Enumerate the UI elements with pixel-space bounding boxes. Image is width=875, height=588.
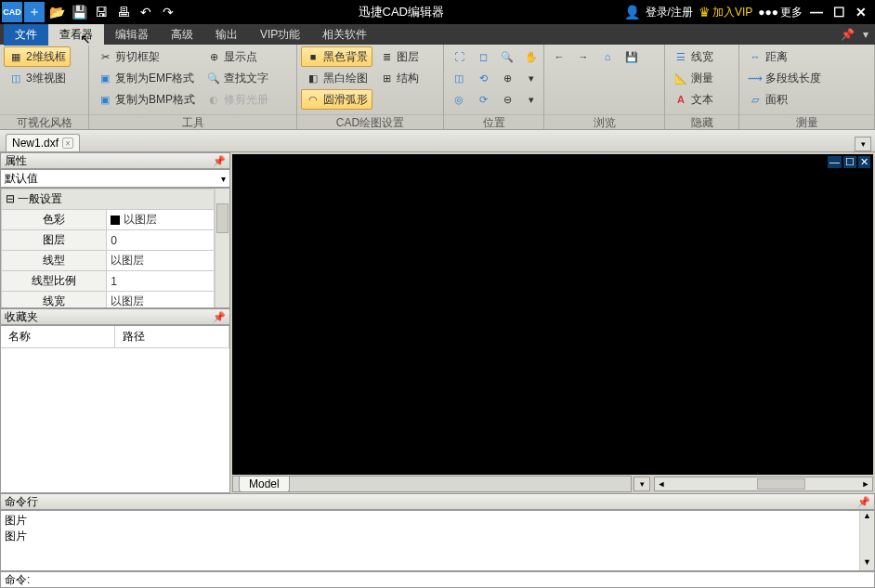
nav-left[interactable]: ← [548, 46, 570, 67]
btn-pan[interactable]: ✋ [520, 46, 542, 67]
btn-pos-dd2[interactable]: ▾ [520, 89, 542, 110]
canvas[interactable]: — ☐ ✕ [232, 154, 873, 475]
btn-2d-wire[interactable]: ▦2维线框 [4, 46, 71, 67]
bmp-icon: ▣ [98, 92, 112, 107]
command-input[interactable]: 命令: [0, 571, 875, 588]
save-icon[interactable]: 💾 [69, 2, 89, 22]
btn-pos-6[interactable]: ⟲ [472, 68, 494, 88]
scroll-up-icon[interactable]: ▲ [860, 511, 874, 524]
prop-section[interactable]: ⊟ 一般设置 [2, 189, 215, 210]
canvas-min-icon[interactable]: — [828, 156, 842, 168]
btn-black-bg[interactable]: ■黑色背景 [301, 46, 372, 67]
btn-pos-9[interactable]: ◎ [448, 89, 470, 110]
pin-icon[interactable]: 📌 [857, 496, 870, 508]
zoomin-icon: ⊕ [501, 71, 514, 85]
prop-row[interactable]: 色彩 以图层 [2, 210, 215, 230]
btn-find-text[interactable]: 🔍查找文字 [202, 68, 273, 88]
arrow-left-icon: ← [553, 49, 566, 64]
btn-measure[interactable]: 📐测量 [669, 68, 718, 88]
btn-zoomin[interactable]: ⊕ [496, 68, 518, 88]
btn-3d-view[interactable]: ◫3维视图 [4, 68, 71, 88]
btn-distance[interactable]: ↔距离 [743, 46, 826, 67]
menu-output[interactable]: 输出 [204, 24, 249, 46]
btn-pos-dd[interactable]: ▾ [520, 68, 542, 88]
btn-pos-10[interactable]: ⟳ [472, 89, 494, 110]
model-dropdown[interactable]: ▾ [633, 477, 650, 491]
menu-viewer[interactable]: 查看器↖ [48, 24, 104, 46]
file-tab-label: New1.dxf [12, 137, 59, 150]
scroll-left-icon[interactable]: ◄ [655, 479, 668, 489]
open-icon[interactable]: 📂 [46, 2, 67, 22]
prop-row[interactable]: 图层0 [2, 230, 215, 251]
scroll-thumb[interactable] [216, 203, 229, 233]
fav-col-path[interactable]: 路径 [115, 326, 229, 347]
new-icon[interactable]: ＋ [24, 2, 45, 22]
prop-row[interactable]: 线型以图层 [2, 251, 215, 271]
scroll-right-icon[interactable]: ► [859, 479, 872, 489]
print-icon[interactable]: 🖶 [113, 2, 134, 22]
menu-bar: 文件 查看器↖ 编辑器 高级 输出 VIP功能 相关软件 📌 ▾ [0, 24, 875, 45]
zoomout-icon: ⊖ [501, 92, 514, 107]
btn-zoomout[interactable]: ⊖ [496, 89, 518, 110]
undo-icon[interactable]: ↶ [136, 2, 156, 22]
saveall-icon[interactable]: 🖫 [91, 2, 111, 22]
menu-vip[interactable]: VIP功能 [249, 24, 311, 46]
btn-show-point[interactable]: ⊕显示点 [202, 46, 273, 67]
btn-layer[interactable]: ≣图层 [374, 46, 424, 67]
maximize-button[interactable]: ☐ [830, 4, 847, 20]
h-scrollbar[interactable]: ◄ ► [654, 477, 873, 491]
menu-editor[interactable]: 编辑器 [104, 24, 160, 46]
polylen-icon: ⟿ [748, 71, 763, 85]
menu-advanced[interactable]: 高级 [160, 24, 204, 46]
btn-bw-draw[interactable]: ◧黑白绘图 [301, 68, 372, 88]
group-measure: 测量 [739, 114, 874, 129]
fav-col-name[interactable]: 名称 [1, 326, 115, 347]
user-icon[interactable]: 👤 [624, 5, 640, 20]
btn-pos-5[interactable]: ◫ [448, 68, 470, 88]
menu-pin-icon[interactable]: 📌 [838, 25, 856, 44]
cube3d-icon: ◫ [8, 71, 23, 85]
btn-clip-frame[interactable]: ✂剪切框架 [93, 46, 200, 67]
btn-smooth-arc[interactable]: ◠圆滑弧形 [301, 89, 372, 110]
vip-link[interactable]: ♛加入VIP [699, 5, 752, 20]
close-button[interactable]: ✕ [853, 4, 869, 20]
file-tab[interactable]: New1.dxf × [6, 134, 80, 151]
btn-text[interactable]: A文本 [669, 89, 718, 110]
btn-pos-2[interactable]: ◻ [472, 46, 494, 67]
btn-area[interactable]: ▱面积 [743, 89, 826, 110]
canvas-close-icon[interactable]: ✕ [858, 156, 870, 168]
scroll-down-icon[interactable]: ▼ [860, 557, 874, 570]
cmd-scrollbar[interactable]: ▲ ▼ [859, 511, 874, 570]
tab-dropdown[interactable]: ▾ [855, 137, 871, 151]
btn-copy-emf[interactable]: ▣复制为EMF格式 [93, 68, 200, 88]
model-tab[interactable]: Model [239, 477, 290, 492]
prop-row[interactable]: 线型比例1 [2, 271, 215, 292]
btn-lineweight[interactable]: ☰线宽 [669, 46, 718, 67]
favorites-columns: 名称 路径 [1, 326, 229, 348]
default-combo[interactable]: 默认值 ▾ [0, 169, 230, 188]
close-tab-icon[interactable]: × [62, 137, 73, 149]
btn-pos-3[interactable]: 🔍 [496, 46, 518, 67]
btn-pos-1[interactable]: ⛶ [448, 46, 470, 67]
scroll-thumb[interactable] [757, 478, 805, 490]
command-history: 图片 图片 ▲ ▼ [0, 510, 875, 571]
menu-file[interactable]: 文件 [4, 24, 48, 46]
login-link[interactable]: 登录/注册 [646, 5, 693, 20]
nav-right[interactable]: → [572, 46, 594, 67]
btn-polyline-len[interactable]: ⟿多段线长度 [743, 68, 826, 88]
btn-structure[interactable]: ⊞结构 [374, 68, 424, 88]
menu-help-icon[interactable]: ▾ [856, 25, 875, 44]
prop-scrollbar[interactable] [215, 189, 229, 307]
pin-icon[interactable]: 📌 [213, 311, 226, 323]
minimize-button[interactable]: — [808, 4, 825, 20]
canvas-max-icon[interactable]: ☐ [843, 156, 856, 168]
nav-save[interactable]: 💾 [620, 46, 643, 67]
more-menu[interactable]: ●●● 更多 [758, 5, 803, 20]
prop-row[interactable]: 线宽以图层 [2, 292, 215, 309]
nav-home[interactable]: ⌂ [596, 46, 619, 67]
btn-copy-bmp[interactable]: ▣复制为BMP格式 [93, 89, 200, 110]
btn-trim[interactable]: ◐修剪光册 [202, 89, 273, 110]
menu-related[interactable]: 相关软件 [311, 24, 378, 46]
pin-icon[interactable]: 📌 [213, 155, 226, 167]
redo-icon[interactable]: ↷ [158, 2, 178, 22]
